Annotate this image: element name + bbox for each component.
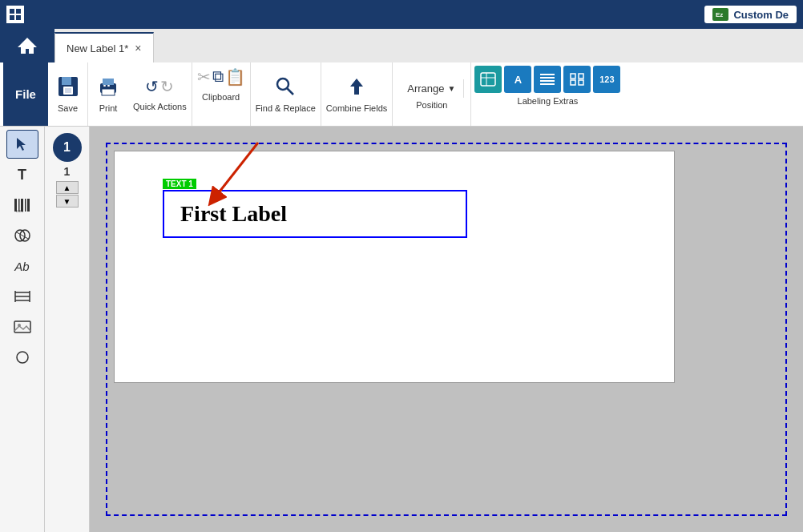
svg-rect-8 <box>62 77 71 85</box>
combine-fields-label: Combine Fields <box>326 103 387 113</box>
tab-bar: New Label 1* × <box>0 29 803 62</box>
quick-actions-icons: ↺ ↻ <box>145 77 174 96</box>
clipboard-label: Clipboard <box>194 91 248 103</box>
shape-tool-button[interactable] <box>6 343 38 372</box>
svg-point-48 <box>17 352 28 363</box>
copy-icon: ⧉ <box>212 67 224 87</box>
title-bar-right: Ez Custom De <box>704 6 797 23</box>
text-tool-button[interactable]: T <box>6 160 38 189</box>
script-tool-button[interactable] <box>6 221 38 250</box>
canvas-area: TEXT 1 First Label <box>90 127 803 532</box>
arrange-button[interactable]: Arrange ▼ <box>399 79 464 98</box>
main-area: T ||||||| Ab <box>0 127 803 532</box>
extras-icon-3[interactable] <box>534 66 561 93</box>
image-tool-button[interactable] <box>6 312 38 341</box>
svg-rect-13 <box>102 89 115 95</box>
undo-icon: ↺ <box>145 77 159 96</box>
title-bar: Ez Custom De <box>0 0 803 29</box>
doc-tab-label: New Label 1* <box>67 42 128 54</box>
app-icon <box>6 6 24 23</box>
extras-icons-row: A <box>474 66 620 93</box>
svg-rect-26 <box>571 74 575 79</box>
ribbon-main: Save Print ↺ ↻ Quick Actions <box>48 62 800 126</box>
page-down-button[interactable]: ▼ <box>56 195 79 208</box>
svg-rect-29 <box>579 80 583 85</box>
find-replace-icon <box>274 75 297 101</box>
svg-rect-27 <box>579 74 583 79</box>
svg-rect-22 <box>540 74 555 75</box>
text-field-tag: TEXT 1 <box>163 179 196 189</box>
paste-icon: 📋 <box>225 67 245 87</box>
svg-rect-3 <box>16 15 21 20</box>
extras-icon-1[interactable] <box>474 66 502 93</box>
left-toolbar: T ||||||| Ab <box>0 127 45 532</box>
arrange-position-group[interactable]: Arrange ▼ Position <box>393 62 471 126</box>
select-tool-button[interactable] <box>6 130 38 159</box>
combine-fields-group[interactable]: Combine Fields <box>321 62 393 126</box>
font-tool-button[interactable]: Ab <box>6 252 38 280</box>
svg-text:|||||||: ||||||| <box>16 209 23 212</box>
clipboard-icons: ✂ ⧉ 📋 <box>194 66 248 88</box>
print-icon <box>97 75 119 101</box>
combine-fields-icon <box>345 75 368 101</box>
position-label: Position <box>416 100 447 110</box>
svg-rect-35 <box>27 199 30 212</box>
text-field-box[interactable]: First Label <box>163 190 467 238</box>
document-tab[interactable]: New Label 1* × <box>54 32 154 62</box>
quick-actions-group[interactable]: ↺ ↻ Quick Actions <box>128 62 192 126</box>
svg-rect-12 <box>103 79 114 85</box>
arrange-label: Arrange <box>407 83 444 95</box>
svg-line-17 <box>287 88 293 95</box>
save-icon <box>57 75 79 101</box>
extras-icon-4[interactable] <box>563 66 591 93</box>
file-button[interactable]: File <box>3 62 48 126</box>
page-stepper[interactable]: ▲ ▼ <box>56 181 79 208</box>
svg-rect-23 <box>540 77 555 79</box>
redo-icon: ↻ <box>160 77 174 96</box>
quick-actions-label: Quick Actions <box>133 102 187 111</box>
svg-rect-10 <box>65 88 71 93</box>
svg-rect-1 <box>16 9 21 14</box>
svg-rect-2 <box>10 15 14 20</box>
labeling-extras-label: Labeling Extras <box>518 96 579 106</box>
svg-point-16 <box>277 79 289 90</box>
label-surface[interactable]: TEXT 1 First Label <box>114 151 675 383</box>
svg-rect-24 <box>540 80 555 82</box>
svg-marker-30 <box>17 138 26 151</box>
svg-rect-28 <box>571 80 575 85</box>
ribbon: File Save <box>0 62 803 127</box>
svg-rect-25 <box>540 83 555 85</box>
save-group[interactable]: Save <box>48 62 88 126</box>
custom-de-button[interactable]: Ez Custom De <box>704 6 797 23</box>
extras-icon-5[interactable]: 123 <box>593 66 620 93</box>
svg-rect-0 <box>10 9 14 14</box>
print-group[interactable]: Print <box>88 62 128 126</box>
cut-icon: ✂ <box>197 67 211 87</box>
custom-de-icon: Ez <box>712 8 728 21</box>
lines-tool-button[interactable] <box>6 282 38 311</box>
arrange-caret: ▼ <box>448 84 456 93</box>
svg-marker-6 <box>18 38 37 54</box>
svg-text:Ez: Ez <box>716 11 723 18</box>
tab-close-button[interactable]: × <box>135 42 141 54</box>
svg-rect-46 <box>14 321 30 332</box>
text-field-container[interactable]: TEXT 1 First Label <box>163 175 467 238</box>
clipboard-group[interactable]: ✂ ⧉ 📋 Clipboard <box>192 62 251 126</box>
label-sidebar: 1 1 ▲ ▼ <box>45 127 90 532</box>
svg-line-40 <box>17 232 28 239</box>
find-replace-group[interactable]: Find & Replace <box>251 62 321 126</box>
labeling-extras-group: A <box>471 62 623 126</box>
find-replace-label: Find & Replace <box>256 103 316 113</box>
extras-icon-2[interactable]: A <box>504 66 531 93</box>
home-tab[interactable] <box>0 29 54 62</box>
svg-rect-19 <box>481 73 495 86</box>
save-label: Save <box>58 103 78 113</box>
svg-rect-15 <box>107 85 110 87</box>
page-up-button[interactable]: ▲ <box>56 181 79 194</box>
svg-marker-18 <box>350 79 363 95</box>
custom-de-label: Custom De <box>733 9 789 21</box>
barcode-tool-button[interactable]: ||||||| <box>6 191 38 220</box>
print-label: Print <box>99 103 118 113</box>
svg-rect-14 <box>103 85 106 87</box>
svg-rect-34 <box>25 199 26 212</box>
